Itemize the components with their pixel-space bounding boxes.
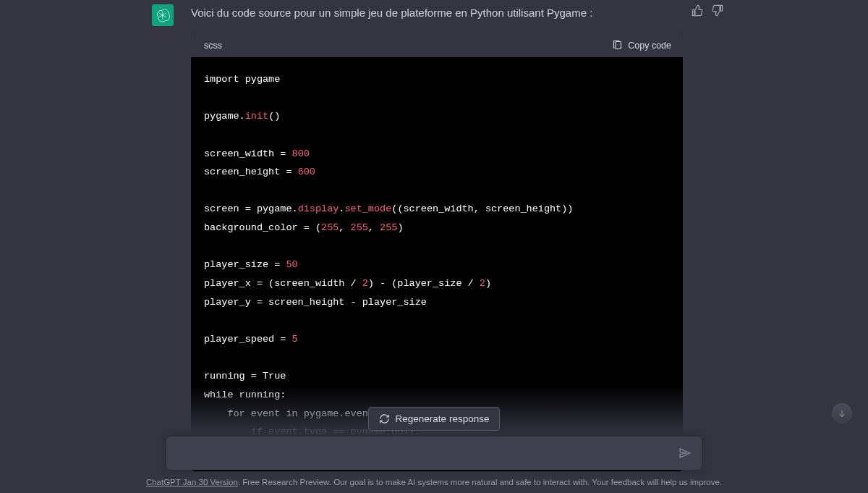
copy-code-label: Copy code: [628, 41, 671, 51]
openai-logo-icon: [156, 8, 170, 22]
thumbs-up-icon: [692, 4, 704, 17]
assistant-message: Voici du code source pour un simple jeu …: [152, 0, 716, 471]
thumbs-down-icon: [711, 4, 723, 17]
message-composer[interactable]: [166, 437, 702, 470]
assistant-avatar: [152, 4, 174, 26]
copy-code-button[interactable]: Copy code: [612, 40, 671, 51]
thumbs-down-button[interactable]: [711, 4, 723, 17]
footer-disclaimer: ChatGPT Jan 30 Version. Free Research Pr…: [0, 478, 868, 486]
refresh-icon: [379, 413, 390, 424]
svg-rect-0: [616, 42, 621, 49]
message-input[interactable]: [178, 447, 667, 459]
send-icon: [678, 447, 692, 460]
code-language-label: scss: [204, 41, 222, 51]
regenerate-label: Regenerate response: [396, 413, 490, 424]
send-button[interactable]: [678, 447, 692, 460]
version-link[interactable]: ChatGPT Jan 30 Version: [146, 478, 238, 486]
feedback-buttons: [692, 4, 723, 17]
regenerate-button[interactable]: Regenerate response: [368, 407, 501, 431]
code-block: scss Copy code import pygame pygame.init…: [191, 33, 683, 471]
clipboard-icon: [612, 40, 623, 51]
code-block-header: scss Copy code: [191, 33, 683, 57]
footer-text: . Free Research Preview. Our goal is to …: [238, 478, 722, 486]
thumbs-up-button[interactable]: [692, 4, 704, 17]
assistant-message-text: Voici du code source pour un simple jeu …: [191, 4, 694, 22]
